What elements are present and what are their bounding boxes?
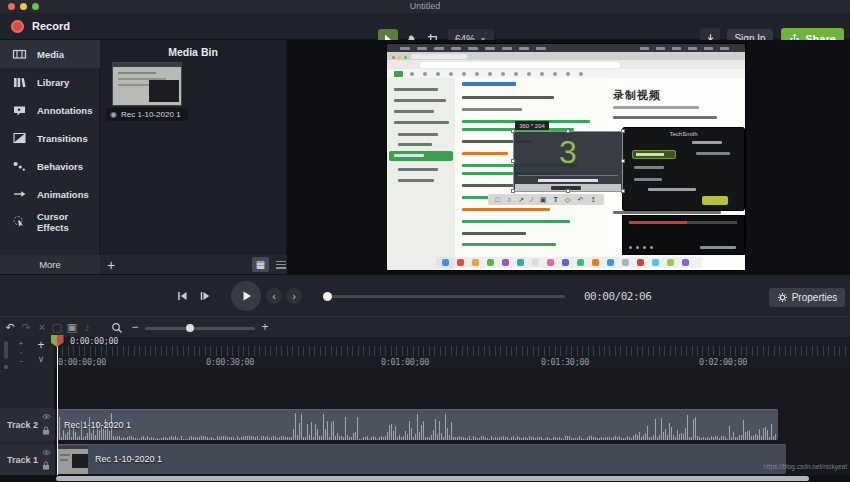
- dock-icon: [607, 259, 614, 266]
- add-track-button[interactable]: +: [32, 338, 50, 352]
- timeline-zoom-in-button[interactable]: +: [258, 319, 272, 335]
- jump-back-button[interactable]: ‹: [266, 288, 282, 304]
- cursor-ripple-icon: [12, 215, 27, 229]
- eye-icon[interactable]: [42, 449, 51, 456]
- audio-button[interactable]: ♪: [80, 319, 94, 335]
- ruler-ticks: [57, 346, 850, 356]
- toolbar-dot: [475, 72, 479, 76]
- dock-icon: [457, 259, 464, 266]
- player-control-dot: [650, 246, 653, 249]
- paste-button[interactable]: ▣: [65, 319, 79, 335]
- selection-handle: [621, 189, 625, 193]
- properties-button[interactable]: Properties: [769, 288, 845, 307]
- dock-icon: [577, 259, 584, 266]
- lock-icon[interactable]: [42, 426, 50, 435]
- media-bin-title: Media Bin: [100, 46, 286, 58]
- redo-button[interactable]: ↷: [19, 319, 33, 335]
- more-button[interactable]: More: [0, 255, 100, 274]
- dock-icon: [442, 259, 449, 266]
- timeline-clip-video[interactable]: Rec 1-10-2020 1: [57, 444, 786, 474]
- divider: [518, 175, 618, 176]
- text-line: [398, 143, 432, 146]
- media-item-label-chip[interactable]: ◉ Rec 1-10-2020 1: [106, 108, 188, 121]
- selection-handle: [511, 129, 515, 133]
- text-line: [394, 88, 438, 91]
- anno-tool-glyph: ▣: [540, 196, 547, 204]
- media-thumbnail[interactable]: [112, 62, 182, 106]
- books-icon: [12, 75, 27, 89]
- toolbar-dot: [436, 72, 440, 76]
- jump-forward-button[interactable]: ›: [286, 288, 302, 304]
- track-height-zoom[interactable]: +◦−: [16, 339, 26, 369]
- thumb-dark-panel: [149, 80, 179, 102]
- video-canvas[interactable]: 录制视频 TechSmith 3: [387, 44, 745, 270]
- player-control-dot: [629, 246, 632, 249]
- transport-bar: ‹ › 00:00/02:06 Properties: [0, 274, 850, 316]
- gear-icon: [777, 292, 788, 303]
- sidebar-item-media[interactable]: Media: [0, 40, 100, 68]
- eye-icon[interactable]: [42, 413, 51, 420]
- clip-thumbnail: [58, 446, 88, 474]
- toolbar-dot: [423, 72, 427, 76]
- menubar-item: [417, 47, 427, 50]
- copy-button[interactable]: ▢: [50, 319, 64, 335]
- play-button[interactable]: [231, 281, 261, 311]
- recorded-recorder-dialog: TechSmith: [623, 128, 744, 210]
- dock-icon: [517, 259, 524, 266]
- record-button[interactable]: Record: [11, 13, 70, 39]
- text-line: [394, 110, 434, 113]
- undo-button[interactable]: ↶: [3, 319, 17, 335]
- step-forward-button[interactable]: [196, 287, 213, 304]
- anno-tool-glyph: ↗: [518, 196, 524, 204]
- timeline-zoom-knob[interactable]: [186, 324, 194, 332]
- app-toolbar: Record 64% ▾ Sign In: [0, 13, 850, 40]
- record-source-icon: ◉: [110, 111, 117, 119]
- anno-tool-glyph: ○: [507, 196, 511, 203]
- media-item-name: Rec 1-10-2020 1: [121, 110, 181, 119]
- add-media-button[interactable]: +: [103, 255, 119, 274]
- timeline-clip-audio[interactable]: Rec 1-10-2020 1: [57, 409, 778, 440]
- timeline-hscrollbar-track: [0, 475, 850, 482]
- zoom-magnifier-icon: [110, 320, 124, 335]
- transition-square-icon: [12, 131, 27, 145]
- timeline-zoom-out-button[interactable]: −: [128, 319, 142, 335]
- dock-icon: [562, 259, 569, 266]
- timeline-vertical-scrollbar[interactable]: [4, 341, 8, 359]
- playhead-line[interactable]: [57, 337, 58, 475]
- toolbar-dot: [410, 72, 414, 76]
- text-line: [700, 246, 736, 249]
- track-name: Track 1: [7, 455, 38, 465]
- more-label: More: [39, 259, 61, 270]
- window-title: Untitled: [0, 0, 850, 13]
- scrubber-track[interactable]: [327, 295, 565, 298]
- sidebar-item-library[interactable]: Library: [0, 68, 100, 96]
- recorded-left-nav: [387, 78, 455, 270]
- sidebar-item-transitions[interactable]: Transitions: [0, 124, 100, 152]
- toolbar-dot: [579, 72, 583, 76]
- collapse-tracks-button[interactable]: ∨: [32, 353, 50, 365]
- dock-icon: [547, 259, 554, 266]
- sidebar-item-behaviors[interactable]: Behaviors: [0, 152, 100, 180]
- sidebar-item-cursor-effects[interactable]: Cursor Effects: [0, 208, 100, 236]
- countdown-overlay: 3: [513, 131, 623, 192]
- grid-view-button[interactable]: ▦: [252, 257, 269, 272]
- dock-icon: [637, 259, 644, 266]
- filmstrip-icon: [12, 47, 27, 61]
- sidebar-item-animations[interactable]: Animations: [0, 180, 100, 208]
- lock-icon[interactable]: [42, 461, 50, 470]
- sidebar-item-annotations[interactable]: Annotations: [0, 96, 100, 124]
- dock-icon: [502, 259, 509, 266]
- sidebar-item-label: Behaviors: [37, 161, 83, 172]
- scrubber-knob[interactable]: [323, 292, 332, 301]
- cut-button[interactable]: ×: [35, 319, 49, 335]
- countdown-number: 3: [514, 134, 622, 172]
- timeline-ruler[interactable]: 0:00:00;00 0:00:30;00 0:01:00;00 0:01:30…: [55, 337, 850, 368]
- text-line: [462, 220, 570, 223]
- timeline-zoom-slider[interactable]: [145, 327, 255, 330]
- text-line: [648, 188, 696, 191]
- timeline-hscrollbar-thumb[interactable]: [56, 476, 809, 481]
- menubar-item: [519, 47, 529, 50]
- menubar-status-item: [704, 47, 713, 50]
- previous-frame-button[interactable]: [173, 287, 190, 304]
- clip-name: Rec 1-10-2020 1: [64, 420, 131, 430]
